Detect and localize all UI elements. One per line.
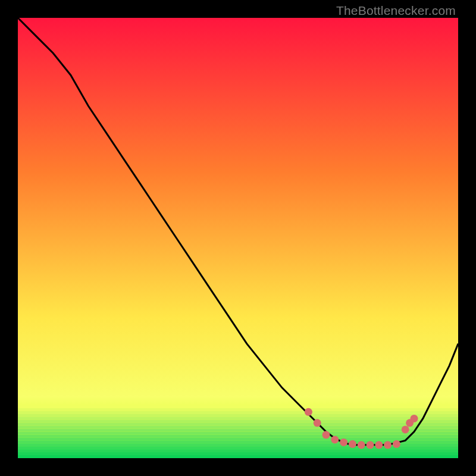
gradient-stripe bbox=[18, 435, 458, 438]
curve-marker bbox=[322, 431, 330, 439]
curve-marker bbox=[358, 441, 365, 449]
chart-frame bbox=[18, 18, 458, 458]
curve-marker bbox=[367, 441, 374, 449]
gradient-stripe bbox=[18, 414, 458, 417]
gradient-stripe bbox=[18, 455, 458, 458]
curve-marker bbox=[384, 441, 392, 449]
gradient-stripe bbox=[18, 432, 458, 435]
curve-marker bbox=[349, 440, 356, 448]
curve-marker bbox=[402, 425, 409, 433]
gradient-stripe bbox=[18, 417, 458, 420]
curve-marker bbox=[314, 419, 321, 427]
gradient-bands bbox=[18, 405, 458, 458]
curve-marker bbox=[411, 415, 418, 422]
gradient-stripe bbox=[18, 452, 458, 455]
gradient-stripe bbox=[18, 408, 458, 411]
curve-marker bbox=[375, 441, 383, 449]
gradient-stripe bbox=[18, 449, 458, 452]
gradient-background bbox=[18, 18, 458, 458]
gradient-stripe bbox=[18, 429, 458, 432]
curve-marker bbox=[393, 440, 400, 448]
curve-marker bbox=[331, 436, 339, 443]
chart-svg bbox=[18, 18, 458, 458]
gradient-stripe bbox=[18, 411, 458, 414]
gradient-stripe bbox=[18, 446, 458, 449]
gradient-stripe bbox=[18, 426, 458, 429]
gradient-stripe bbox=[18, 423, 458, 426]
curve-marker bbox=[305, 408, 312, 416]
gradient-stripe bbox=[18, 405, 458, 408]
gradient-stripe bbox=[18, 437, 458, 440]
gradient-stripe bbox=[18, 420, 458, 423]
curve-marker bbox=[340, 439, 347, 446]
watermark-text: TheBottlenecker.com bbox=[336, 4, 456, 18]
